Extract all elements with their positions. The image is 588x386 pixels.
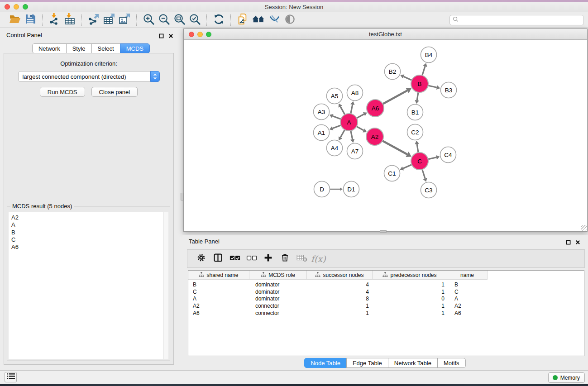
search-input[interactable] xyxy=(461,17,581,23)
graph-node-A8[interactable]: A8 xyxy=(347,85,363,101)
import-table-button[interactable] xyxy=(63,13,76,27)
zoom-in-button[interactable] xyxy=(142,13,155,27)
network-minimize-button[interactable] xyxy=(197,32,203,37)
fullscreen-window-button[interactable] xyxy=(23,4,28,10)
graph-node-D1[interactable]: D1 xyxy=(344,181,359,197)
mcds-result-item[interactable]: A2 xyxy=(11,214,168,221)
mcds-result-item[interactable]: A6 xyxy=(11,243,168,251)
tab-select[interactable]: Select xyxy=(91,43,120,53)
network-canvas[interactable]: B4B2BB3A8A5A6A3B1AA1C2A2A4A7CC4C1C3DD1 xyxy=(184,40,587,231)
column-header-shared-name[interactable]: shared name xyxy=(188,271,249,280)
new-network-from-selection-button[interactable] xyxy=(236,13,249,27)
search-field[interactable] xyxy=(449,15,584,25)
table-row[interactable]: Adominator80A xyxy=(188,295,584,303)
graph-node-B1[interactable]: B1 xyxy=(407,105,423,120)
network-window-titlebar[interactable]: testGlobe.txt xyxy=(184,29,587,40)
minimize-window-button[interactable] xyxy=(14,4,19,10)
table-row[interactable]: Bdominator41B xyxy=(188,281,584,288)
close-panel-button[interactable]: Close panel xyxy=(91,87,138,97)
table-row[interactable]: A2connector11A2 xyxy=(188,302,584,310)
export-table-button[interactable] xyxy=(103,13,115,27)
criterion-dropdown[interactable]: largest connected component (directed) xyxy=(18,71,160,82)
network-close-button[interactable] xyxy=(189,32,194,37)
zoom-out-button[interactable] xyxy=(158,13,170,27)
graph-node-A[interactable]: A xyxy=(340,114,358,131)
close-window-button[interactable] xyxy=(5,4,10,10)
graph-node-C1[interactable]: C1 xyxy=(384,166,400,181)
deselect-all-button[interactable] xyxy=(243,255,260,263)
graph-edge-A-A2[interactable] xyxy=(357,126,364,130)
graph-edge-C-C3[interactable] xyxy=(422,169,425,178)
vertical-scroll-thumb[interactable] xyxy=(181,193,183,200)
graph-edge-A-A7[interactable] xyxy=(351,131,353,139)
horizontal-scroll-thumb[interactable] xyxy=(380,230,387,233)
mcds-result-list[interactable]: A2ABCA6 xyxy=(9,212,168,359)
graph-node-C[interactable]: C xyxy=(411,152,428,170)
graph-node-A2[interactable]: A2 xyxy=(366,128,383,145)
graph-node-B2[interactable]: B2 xyxy=(385,64,401,80)
birdseye-button[interactable] xyxy=(283,13,296,27)
tab-node-table[interactable]: Node Table xyxy=(304,358,347,368)
graph-edge-C-C4[interactable] xyxy=(428,157,436,159)
graph-edge-A2-C[interactable] xyxy=(382,141,407,154)
save-session-button[interactable] xyxy=(24,13,37,27)
select-all-button[interactable] xyxy=(226,255,243,263)
float-panel-icon[interactable] xyxy=(159,32,164,40)
graph-edge-C-C2[interactable] xyxy=(417,144,418,152)
graph-edge-A-A6[interactable] xyxy=(357,114,364,118)
refresh-button[interactable] xyxy=(212,13,225,27)
hide-selected-button[interactable] xyxy=(268,13,281,27)
graph-node-A7[interactable]: A7 xyxy=(347,143,363,159)
import-network-button[interactable] xyxy=(48,13,61,27)
column-header-mcds-role[interactable]: MCDS role xyxy=(249,271,307,280)
mcds-result-item[interactable]: C xyxy=(11,236,168,243)
graph-node-A3[interactable]: A3 xyxy=(314,104,330,120)
graph-node-A1[interactable]: A1 xyxy=(314,125,330,141)
graph-edge-B-B4[interactable] xyxy=(422,66,425,75)
graph-edge-C-C1[interactable] xyxy=(403,165,411,169)
graph-node-C2[interactable]: C2 xyxy=(407,124,423,140)
close-table-panel-icon[interactable] xyxy=(575,238,580,247)
add-column-button[interactable] xyxy=(260,253,277,264)
tab-mcds[interactable]: MCDS xyxy=(120,43,150,53)
export-image-button[interactable] xyxy=(118,13,131,27)
show-column-button[interactable] xyxy=(210,253,226,264)
open-session-button[interactable] xyxy=(9,13,21,27)
column-header-successor-nodes[interactable]: successor nodes xyxy=(307,271,373,280)
graph-edge-A-A8[interactable] xyxy=(351,105,353,114)
tab-style[interactable]: Style xyxy=(66,43,92,53)
delete-table-button[interactable] xyxy=(293,254,310,264)
zoom-selected-button[interactable] xyxy=(188,13,201,27)
task-history-button[interactable] xyxy=(5,372,17,382)
graph-node-D[interactable]: D xyxy=(314,181,330,197)
tab-edge-table[interactable]: Edge Table xyxy=(346,358,388,368)
delete-columns-button[interactable] xyxy=(277,253,293,264)
mcds-result-item[interactable]: A xyxy=(11,221,168,229)
graph-edge-A-A4[interactable] xyxy=(340,130,345,138)
result-scrollbar[interactable] xyxy=(163,212,168,359)
graph-edge-B-B3[interactable] xyxy=(428,86,437,87)
graph-edge-A-A3[interactable] xyxy=(333,116,341,119)
graph-node-A4[interactable]: A4 xyxy=(327,140,343,156)
network-zoom-button[interactable] xyxy=(206,32,211,37)
mcds-result-item[interactable]: B xyxy=(11,229,168,236)
column-header-predecessor-nodes[interactable]: predecessor nodes xyxy=(373,271,447,280)
memory-button[interactable]: Memory xyxy=(548,372,585,383)
function-builder-button[interactable]: f(x) xyxy=(311,254,326,264)
dropdown-stepper-icon[interactable] xyxy=(150,71,160,82)
graph-edge-B-B2[interactable] xyxy=(403,76,411,80)
graph-node-B4[interactable]: B4 xyxy=(421,47,437,63)
graph-node-A5[interactable]: A5 xyxy=(327,88,343,104)
graph-node-A6[interactable]: A6 xyxy=(367,100,384,117)
tab-network[interactable]: Network xyxy=(32,43,67,53)
graph-edge-A6-B[interactable] xyxy=(383,91,407,104)
table-row[interactable]: A6connector11A6 xyxy=(188,310,584,317)
run-mcds-button[interactable]: Run MCDS xyxy=(40,87,85,97)
network-graph[interactable]: B4B2BB3A8A5A6A3B1AA1C2A2A4A7CC4C1C3DD1 xyxy=(184,40,587,231)
float-table-panel-icon[interactable] xyxy=(566,238,571,247)
table-row[interactable]: Cdominator41C xyxy=(188,288,584,295)
tab-motifs[interactable]: Motifs xyxy=(437,358,466,368)
column-header-name[interactable]: name xyxy=(447,271,488,280)
tab-network-table[interactable]: Network Table xyxy=(388,358,438,368)
graph-edge-A-A5[interactable] xyxy=(340,106,345,114)
